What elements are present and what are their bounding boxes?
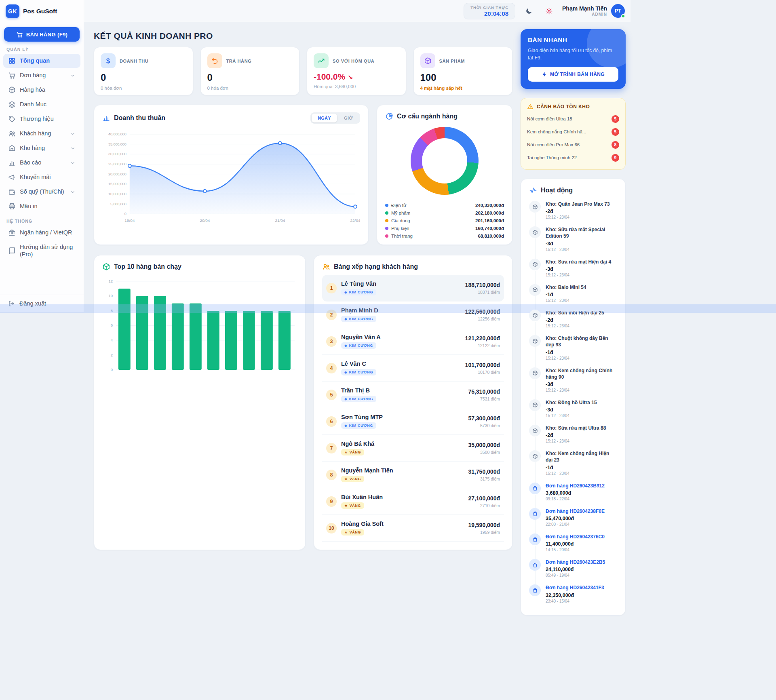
- activity-item[interactable]: Kho: Sữa rửa mặt Ultra 88 -2đ 15:12 - 23…: [529, 425, 617, 450]
- activity-item[interactable]: Kho: Balo Mini 54 -1đ 15:12 - 23/04: [529, 284, 617, 310]
- svg-text:5,000,000: 5,000,000: [110, 202, 127, 206]
- stock-alert-item[interactable]: Tai nghe Thông minh 22 9: [527, 151, 619, 164]
- toggle-day-button[interactable]: NGÀY: [312, 114, 337, 122]
- activity-item-value: 24,110,000đ: [546, 567, 605, 572]
- ranking-row-9[interactable]: 9 Bùi Xuân Huấn ★VÀNG 27,100,000đ 2710 đ…: [322, 488, 504, 515]
- revenue-line-chart: 05,000,00010,000,00015,000,00020,000,000…: [102, 129, 360, 232]
- activity-item[interactable]: Đơn hàng HD26042341F3 32,350,000đ 23:40 …: [529, 584, 617, 610]
- settings-button[interactable]: [542, 4, 556, 18]
- activity-item[interactable]: Đơn hàng HD2604238F0E 35,470,000đ 22:00 …: [529, 508, 617, 533]
- activity-item-title: Đơn hàng HD260423B912: [546, 483, 605, 489]
- sidebar-item-so-quy-thu-chi[interactable]: Sổ quỹ (Thu/Chi): [3, 185, 80, 199]
- activity-item[interactable]: Kho: Son môi Hiện đại 25 -2đ 15:12 - 23/…: [529, 310, 617, 335]
- customer-points: 2710 điểm: [468, 503, 500, 508]
- sidebar-item-huong-dan-su-dung-pro[interactable]: Hướng dẫn sử dụng (Pro): [3, 240, 80, 261]
- user-role: ADMIN: [562, 12, 607, 17]
- avatar[interactable]: PT: [611, 4, 625, 18]
- ranking-row-1[interactable]: 1 Lê Tùng Vân ◆KIM CƯƠNG 188,710,000đ 18…: [322, 275, 504, 302]
- page-title: KẾT QUẢ KINH DOANH PRO: [94, 31, 512, 41]
- ranking-row-3[interactable]: 3 Nguyễn Văn A ◆KIM CƯƠNG 121,220,000đ 1…: [322, 328, 504, 355]
- ranking-row-6[interactable]: 6 Sơn Tùng MTP ◆KIM CƯƠNG 57,300,000đ 57…: [322, 408, 504, 435]
- user-menu[interactable]: Phạm Mạnh Tiến ADMIN PT: [562, 4, 625, 18]
- activity-item-value: -3đ: [546, 407, 597, 413]
- stock-alert-item[interactable]: Kem chống nắng Chính hã... 5: [527, 125, 619, 138]
- box-icon: [420, 53, 435, 68]
- sidebar-item-khuyen-mai[interactable]: Khuyến mãi: [3, 170, 80, 184]
- undo-icon: [207, 53, 222, 68]
- sidebar-item-mau-in[interactable]: Mẫu in: [3, 199, 80, 213]
- stock-qty-badge: 5: [612, 115, 619, 123]
- ranking-row-4[interactable]: 4 Lê Văn C ◆KIM CƯƠNG 101,700,000đ 10170…: [322, 355, 504, 382]
- bar-chart-icon: [102, 114, 110, 122]
- open-pos-button[interactable]: MỞ TRÌNH BÁN HÀNG: [528, 67, 618, 82]
- sidebar-item-tong-quan[interactable]: Tổng quan: [3, 54, 80, 68]
- customer-info: Hoàng Gia Soft ★VÀNG: [341, 521, 384, 536]
- gear-icon: [545, 7, 553, 15]
- sidebar-item-khach-hang[interactable]: Khách hàng: [3, 127, 80, 141]
- sidebar-item-label: Khuyến mãi: [20, 173, 51, 181]
- sidebar-item-thuong-hieu[interactable]: Thương hiệu: [3, 112, 80, 126]
- tier-badge: ◆KIM CƯƠNG: [341, 396, 376, 402]
- activity-item-time: 15:12 - 23/04: [546, 388, 617, 392]
- activity-item[interactable]: Kho: Sữa rửa mặt Hiện đại 4 -3đ 15:12 - …: [529, 259, 617, 284]
- activity-item-time: 09:18 - 22/04: [546, 497, 605, 501]
- sidebar-item-don-hang[interactable]: Đơn hàng: [3, 68, 80, 82]
- sidebar-item-logout[interactable]: Đăng xuất: [0, 295, 84, 312]
- activity-item-time: 22:00 - 21/04: [546, 522, 605, 527]
- activity-item[interactable]: Kho: Quần Jean Pro Max 73 -2đ 15:12 - 23…: [529, 201, 617, 226]
- sidebar-item-ngan-hang-vietqr[interactable]: Ngân hàng / VietQR: [3, 226, 80, 240]
- activity-item-time: 15:12 - 23/04: [546, 439, 606, 443]
- activity-item[interactable]: Đơn hàng HD26042376C0 11,400,000đ 14:15 …: [529, 533, 617, 559]
- ranking-row-10[interactable]: 10 Hoàng Gia Soft ★VÀNG 19,590,000đ 1959…: [322, 515, 504, 542]
- ranking-row-7[interactable]: 7 Ngô Bá Khá ★VÀNG 35,000,000đ 3500 điểm: [322, 435, 504, 462]
- dark-mode-toggle[interactable]: [522, 4, 536, 18]
- tier-badge: ◆KIM CƯƠNG: [341, 342, 376, 349]
- bar-chart-icon: [8, 159, 16, 167]
- pie-chart-icon: [385, 112, 393, 120]
- stat-value: -100.0% ↘: [314, 72, 399, 82]
- sidebar-item-hang-hoa[interactable]: Hàng hóa: [3, 83, 80, 97]
- ranking-row-2[interactable]: 2 Phạm Minh D ◆KIM CƯƠNG 122,560,000đ 12…: [322, 302, 504, 328]
- customer-info: Nguyễn Văn A ◆KIM CƯƠNG: [341, 334, 381, 349]
- customer-info: Bùi Xuân Huấn ★VÀNG: [341, 494, 383, 509]
- stock-alert-title: CẢNH BÁO TỒN KHO: [537, 104, 590, 110]
- stock-alert-item[interactable]: Nồi cơm điện Ultra 18 5: [527, 112, 619, 125]
- sidebar-item-label: Hàng hóa: [20, 86, 45, 93]
- activity-item-time: 15:12 - 23/04: [546, 413, 597, 418]
- customer-amount: 121,220,000đ: [465, 335, 500, 342]
- activity-item[interactable]: Đơn hàng HD260423B912 3,680,000đ 09:18 -…: [529, 483, 617, 508]
- sidebar-item-label: Kho hàng: [20, 144, 45, 152]
- logout-label: Đăng xuất: [19, 300, 46, 307]
- activity-item-title: Kho: Quần Jean Pro Max 73: [546, 201, 610, 207]
- activity-item-title: Đơn hàng HD26042341F3: [546, 584, 604, 591]
- activity-item[interactable]: Kho: Kem chống nắng Chính hãng 90 -3đ 15…: [529, 367, 617, 399]
- activity-item[interactable]: Kho: Đồng hồ Ultra 15 -3đ 15:12 - 23/04: [529, 399, 617, 425]
- legend-dot: [385, 219, 388, 222]
- sidebar-item-danh-muc[interactable]: Danh Mục: [3, 97, 80, 112]
- sidebar-item-kho-hang[interactable]: Kho hàng: [3, 141, 80, 155]
- customer-name: Ngô Bá Khá: [341, 441, 374, 447]
- ranking-row-5[interactable]: 5 Trần Thị B ◆KIM CƯƠNG 75,310,000đ 7531…: [322, 382, 504, 408]
- activity-item[interactable]: Đơn hàng HD260423E2B5 24,110,000đ 05:49 …: [529, 559, 617, 584]
- sell-button[interactable]: BÁN HÀNG (F9): [4, 27, 80, 42]
- box-icon: [529, 310, 541, 321]
- sidebar-item-bao-cao[interactable]: Báo cáo: [3, 156, 80, 170]
- activity-item[interactable]: Kho: Kem chống nắng Hiện đại 23 -1đ 15:1…: [529, 450, 617, 482]
- toggle-hour-button[interactable]: GIỜ: [338, 114, 359, 122]
- sidebar-item-label: Thương hiệu: [20, 115, 54, 122]
- page: GK Pos GuSoft BÁN HÀNG (F9) QUẢN LÝ Tổng…: [0, 0, 630, 616]
- svg-text:40,000,000: 40,000,000: [108, 132, 127, 136]
- ranking-row-8[interactable]: 8 Nguyễn Mạnh Tiến ★VÀNG 31,750,000đ 317…: [322, 462, 504, 488]
- activity-item[interactable]: Kho: Sữa rửa mặt Special Edition 59 -3đ …: [529, 226, 617, 258]
- stock-alert-item[interactable]: Nồi cơm điện Pro Max 66 8: [527, 138, 619, 151]
- legend-dot: [385, 234, 388, 238]
- bag-icon: [529, 508, 541, 520]
- online-status-dot: [621, 14, 625, 18]
- box-icon: [529, 425, 541, 436]
- activity-item-value: -2đ: [546, 432, 606, 438]
- activity-item-value: -2đ: [546, 209, 610, 214]
- box-icon: [529, 201, 541, 213]
- customer-name: Nguyễn Mạnh Tiến: [341, 467, 393, 474]
- activity-item[interactable]: Kho: Chuột không dây Bền đẹp 93 -1đ 15:1…: [529, 335, 617, 367]
- stat-card-doanh-thu: DOANH THU 0 0 hóa đơn: [94, 47, 193, 95]
